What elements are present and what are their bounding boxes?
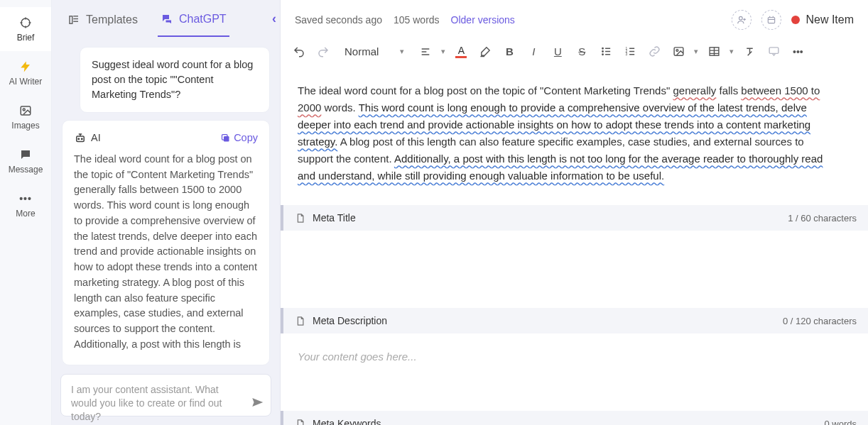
svg-point-2 [23, 109, 25, 111]
svg-point-8 [739, 16, 743, 20]
ai-response-box: AI Copy The ideal word count for a blog … [62, 120, 270, 365]
meta-description-input[interactable]: Your content goes here... [281, 333, 868, 396]
style-select[interactable]: Normal ▾ [339, 43, 410, 60]
document-icon [295, 213, 305, 223]
chat-tabs: Templates ChatGPT [52, 0, 280, 37]
more-tools-button[interactable]: ••• [789, 43, 806, 60]
chevron-down-icon: ▾ [441, 47, 445, 56]
table-button[interactable] [705, 43, 722, 60]
meta-description-header: Meta Description 0 / 120 characters [281, 308, 868, 333]
svg-text:3: 3 [625, 53, 627, 56]
comment-button[interactable] [765, 43, 782, 60]
robot-icon [74, 132, 87, 145]
bolt-icon [18, 60, 33, 74]
tab-templates[interactable]: Templates [65, 8, 141, 36]
word-count: 105 words [394, 14, 440, 26]
meta-keywords-count: 0 words [824, 419, 857, 426]
underline-button[interactable]: U [549, 43, 566, 60]
tab-templates-label: Templates [86, 13, 138, 26]
add-user-button[interactable] [732, 10, 752, 30]
document-icon [295, 316, 305, 326]
chevron-down-icon: ▾ [729, 47, 734, 56]
older-versions-link[interactable]: Older versions [451, 14, 515, 26]
dots-icon: ••• [18, 192, 33, 206]
nav-message[interactable]: Message [0, 139, 51, 183]
message-icon [18, 148, 33, 162]
svg-point-12 [602, 54, 603, 55]
strike-button[interactable]: S [573, 43, 590, 60]
insert-image-button[interactable] [670, 43, 687, 60]
new-item[interactable]: New Item [791, 13, 854, 26]
text: The ideal word count for a blog post on … [298, 84, 673, 96]
svg-point-10 [602, 48, 603, 49]
nav-more[interactable]: ••• More [0, 183, 51, 227]
chevron-down-icon: ▾ [400, 47, 404, 56]
nav-brief[interactable]: Brief [0, 7, 51, 51]
italic-button[interactable]: I [525, 43, 542, 60]
svg-point-0 [21, 18, 30, 27]
image-icon [18, 104, 33, 118]
svg-point-11 [602, 51, 603, 52]
meta-keywords-section: Meta Keywords 0 words [281, 410, 868, 425]
user-message-text: Suggest ideal word count for a blog post… [92, 59, 253, 100]
svg-rect-9 [769, 18, 775, 23]
copy-button[interactable]: Copy [220, 131, 258, 146]
nav-ai-writer-label: AI Writer [9, 77, 42, 87]
editor-body[interactable]: The ideal word count for a blog post on … [281, 66, 868, 190]
chat-panel: ‹ Templates ChatGPT Suggest ideal word c… [52, 0, 281, 425]
align-button[interactable] [417, 43, 434, 60]
meta-title-input[interactable] [281, 231, 868, 293]
undo-button[interactable] [291, 43, 308, 60]
meta-keywords-label: Meta Keywords [313, 418, 381, 425]
user-message: Suggest ideal word count for a blog post… [80, 47, 270, 113]
meta-description-section: Meta Description 0 / 120 characters Your… [281, 307, 868, 396]
left-nav: Brief AI Writer Images Message ••• More [0, 0, 52, 425]
bullet-list-button[interactable] [597, 43, 614, 60]
copy-icon [220, 133, 231, 143]
highlight-button[interactable] [477, 43, 494, 60]
add-date-button[interactable] [761, 10, 781, 30]
svg-rect-6 [224, 136, 229, 142]
clear-format-button[interactable] [741, 43, 758, 60]
number-list-button[interactable]: 123 [622, 43, 639, 60]
meta-description-placeholder: Your content goes here... [298, 351, 417, 363]
nav-brief-label: Brief [17, 33, 35, 43]
collapse-panel-button[interactable]: ‹ [266, 9, 283, 28]
new-item-label: New Item [805, 13, 854, 26]
nav-ai-writer[interactable]: AI Writer [0, 51, 51, 95]
text: falls [716, 84, 741, 96]
document-icon [295, 419, 305, 426]
nav-message-label: Message [9, 165, 43, 175]
editor-area: Saved seconds ago 105 words Older versio… [281, 0, 868, 425]
chat-input[interactable]: I am your content assistant. What would … [60, 374, 271, 416]
nav-images-label: Images [11, 121, 39, 131]
templates-icon [67, 13, 80, 26]
meta-title-count: 1 / 60 characters [788, 213, 857, 223]
editor-toolbar: Normal ▾ ▾ A B I U S 123 ▾ ▾ ••• [281, 37, 868, 66]
status-dot-icon [791, 16, 800, 24]
chat-icon [161, 13, 173, 26]
text: words. [321, 101, 358, 114]
tab-chatgpt[interactable]: ChatGPT [158, 7, 229, 37]
saved-status: Saved seconds ago [295, 14, 382, 26]
ai-label-text: AI [91, 131, 101, 146]
redo-button[interactable] [315, 43, 332, 60]
svg-point-5 [82, 138, 83, 140]
nav-images[interactable]: Images [0, 95, 51, 139]
copy-label: Copy [234, 131, 258, 146]
text-color-button[interactable]: A [452, 43, 470, 60]
ai-response-text: The ideal word count for a blog post on … [74, 152, 258, 355]
nav-more-label: More [16, 209, 35, 219]
meta-description-count: 0 / 120 characters [783, 316, 857, 326]
meta-title-section: Meta Title 1 / 60 characters [281, 204, 868, 293]
style-select-label: Normal [345, 45, 379, 57]
link-button[interactable] [646, 43, 663, 60]
target-icon [18, 16, 33, 30]
editor-paragraph: The ideal word count for a blog post on … [298, 82, 837, 184]
meta-description-label: Meta Description [313, 315, 387, 326]
send-button[interactable] [251, 396, 264, 409]
svg-rect-19 [769, 48, 779, 54]
bold-button[interactable]: B [501, 43, 518, 60]
topbar: Saved seconds ago 105 words Older versio… [281, 0, 868, 37]
svg-point-4 [78, 138, 80, 140]
